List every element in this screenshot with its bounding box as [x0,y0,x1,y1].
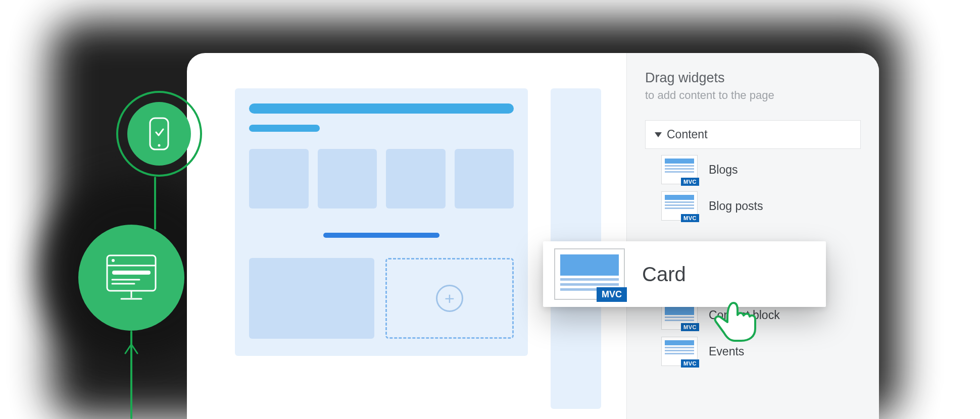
widget-sidebar: Drag widgets to add content to the page … [626,53,879,419]
mvc-badge: MVC [597,287,627,302]
svg-rect-5 [112,271,151,275]
placeholder-thumb [318,149,377,208]
mvc-badge: MVC [681,214,699,222]
widget-dropzone[interactable]: + [385,258,514,339]
monitor-badge [78,225,184,331]
widget-mvc-icon: MVC [661,337,698,366]
sidebar-title: Drag widgets [645,70,861,86]
cursor-hand-icon [707,294,763,344]
widget-category-label: Content [667,128,708,141]
arrow-up-icon [124,343,138,357]
placeholder-thumb [455,149,514,208]
app-window: + Drag widgets to add content to the pag… [187,53,879,419]
monitor-icon [104,252,159,303]
widget-mvc-icon: MVC [661,155,698,184]
sidebar-subtitle: to add content to the page [645,89,861,102]
caret-down-icon [655,132,662,137]
phone-badge [127,102,191,166]
svg-point-4 [112,259,115,262]
page-preview: + [235,88,528,356]
placeholder-heading [249,103,514,114]
dragging-widget-label: Card [642,263,686,286]
widget-mvc-icon: MVC [661,191,698,221]
smartphone-icon [149,117,169,150]
svg-point-1 [158,144,161,147]
placeholder-block [249,258,374,339]
placeholder-subheading [249,125,320,132]
plus-icon: + [445,290,455,307]
mvc-badge: MVC [681,359,699,368]
page-canvas[interactable]: + [187,53,626,419]
widget-item-label: Events [709,345,744,358]
widget-category-header[interactable]: Content [645,120,861,149]
widget-item-blog-posts[interactable]: MVC Blog posts [661,191,861,221]
placeholder-thumb [249,149,309,208]
widget-mvc-icon: MVC [554,248,625,300]
placeholder-thumb [386,149,446,208]
widget-item-blogs[interactable]: MVC Blogs [661,155,861,184]
widget-item-label: Blog posts [709,199,763,213]
dragging-widget-card[interactable]: MVC Card [543,241,826,307]
placeholder-divider [323,233,439,238]
widget-item-label: Blogs [709,163,738,177]
add-widget-button[interactable]: + [436,285,463,312]
mvc-badge: MVC [681,323,699,331]
mvc-badge: MVC [681,178,699,186]
connector-line [154,177,156,230]
